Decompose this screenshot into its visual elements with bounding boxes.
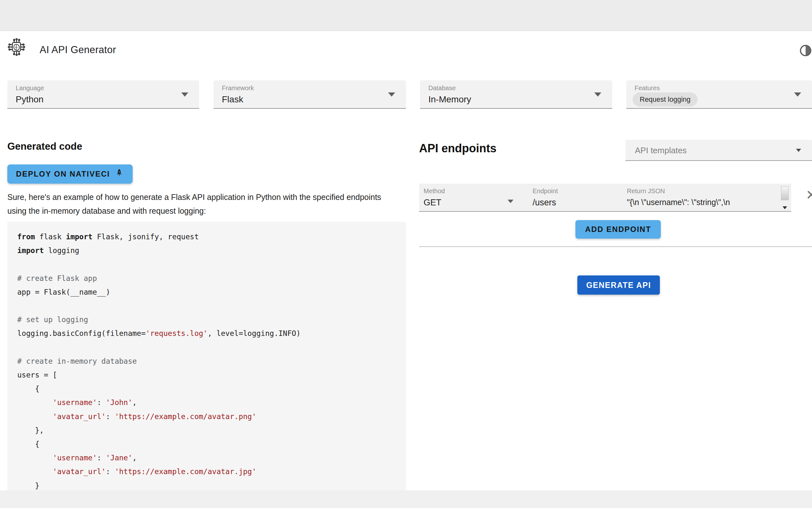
chevron-down-icon [594,92,601,97]
scrollbar-thumb[interactable] [781,186,789,200]
method-label: Method [424,187,445,195]
return-json-label: Return JSON [627,187,665,195]
endpoint-value: /users [533,198,556,208]
section-divider [419,246,812,247]
chevron-down-icon [181,92,188,97]
generated-code-heading: Generated code [7,141,82,152]
api-templates-select[interactable]: API templates [625,140,812,161]
api-templates-placeholder: API templates [635,145,687,156]
deploy-button-label: DEPLOY ON NATIVECI [16,170,110,178]
code-lines: from flask import Flask, jsonify, reques… [17,230,406,491]
language-value: Python [16,94,44,104]
chevron-down-icon [388,92,395,97]
generate-api-button[interactable]: GENERATE API [577,276,660,295]
generated-code-block: from flask import Flask, jsonify, reques… [7,222,406,491]
api-endpoints-heading: API endpoints [419,142,496,155]
framework-label: Framework [222,84,254,92]
return-json-value: "{\n \"username\": \"string\",\n [627,198,780,207]
features-select[interactable]: Features Request logging [626,80,812,109]
browser-chrome-strip [0,0,812,31]
chevron-down-icon [794,92,801,97]
language-label: Language [16,84,44,92]
bottom-strip [0,491,812,508]
method-value: GET [424,198,441,208]
database-select[interactable]: Database In-Memory [420,80,612,109]
endpoint-label: Endpoint [533,187,558,195]
ai-chip-logo-icon [6,37,26,57]
endpoint-row: Method GET Endpoint /users Return JSON "… [419,184,791,212]
page-title: AI API Generator [40,44,116,56]
rocket-icon [114,168,124,180]
chevron-down-icon [796,149,801,152]
feature-chip[interactable]: Request logging [633,92,698,107]
scrollbar-down-arrow-icon[interactable] [782,206,787,209]
theme-toggle-icon[interactable] [799,43,812,57]
database-label: Database [428,84,456,92]
features-label: Features [634,84,660,92]
close-icon[interactable]: ✕ [803,187,812,204]
framework-select[interactable]: Framework Flask [213,80,406,109]
textarea-scrollbar[interactable] [781,185,789,210]
database-value: In-Memory [428,94,471,104]
add-endpoint-button[interactable]: ADD ENDPOINT [575,220,661,239]
app-window: AI API Generator Language Python Framewo… [0,0,812,508]
intro-text: Sure, here's an example of how to genera… [7,190,393,218]
framework-value: Flask [222,94,243,104]
chevron-down-icon [508,200,513,203]
language-select[interactable]: Language Python [7,80,199,109]
deploy-button[interactable]: DEPLOY ON NATIVECI [7,164,133,184]
